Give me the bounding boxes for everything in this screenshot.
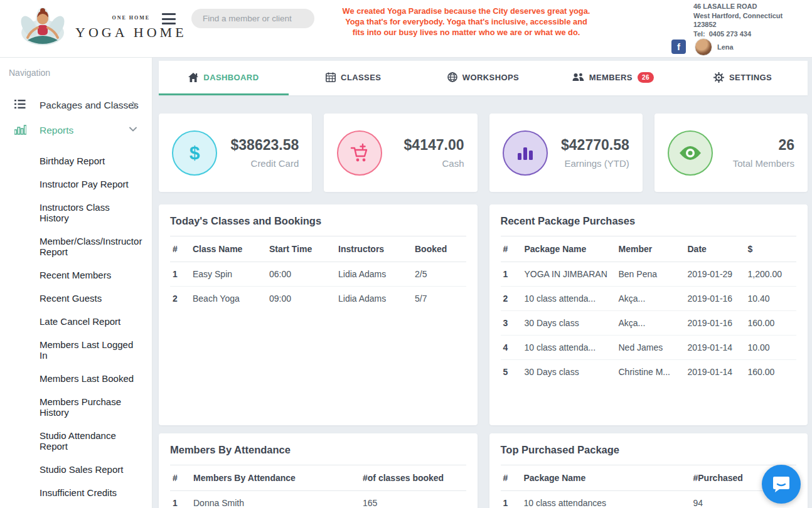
stat-label: Earnings (YTD) [561, 158, 629, 169]
chevron-down-icon [129, 127, 137, 132]
menu-icon[interactable] [162, 13, 176, 24]
chat-launcher-button[interactable] [762, 465, 801, 504]
table-row: 1 YOGA IN JIMBARAN Ben Pena 2019-01-29 1… [501, 262, 797, 287]
reports-submenu: Birthday Report Instructor Pay Report In… [0, 156, 152, 508]
top-purchased-table: # Package Name #Purchased 1 10 class att… [501, 465, 797, 508]
column-header: Members By Attendance [191, 465, 360, 491]
stat-label: Credit Card [231, 158, 299, 169]
tel-label: Tel: [693, 29, 705, 39]
column-header: # [170, 465, 191, 491]
sidebar-item-studio-sales-report[interactable]: Studio Sales Report [0, 464, 152, 487]
bar-chart-icon [14, 124, 26, 135]
tab-label: CLASSES [341, 73, 381, 82]
add-to-cart-icon [337, 130, 382, 176]
search-input[interactable] [203, 14, 314, 23]
tab-dashboard[interactable]: DASHBOARD [159, 61, 289, 95]
tab-members[interactable]: MEMBERS 26 [548, 61, 678, 95]
sidebar-item-members-purchase-history[interactable]: Members Purchase History [0, 396, 152, 430]
top-header: ONE HOME YOGA HOME We created Yoga Parad… [0, 0, 812, 58]
sidebar-item-members-last-logged-in[interactable]: Members Last Logged In [0, 339, 152, 373]
tab-workshops[interactable]: WORKSHOPS [419, 61, 548, 95]
sidebar-item-insufficient-credits[interactable]: Insufficient Credits [0, 487, 152, 508]
panel-title: Members By Attendance [170, 444, 466, 456]
main-tabbar: DASHBOARD CLASSES WORKSHOPS [159, 61, 808, 95]
column-header: Instructors [336, 236, 412, 262]
sidebar-item-instructors-class-history[interactable]: Instructors Class History [0, 202, 152, 236]
sidebar-group-packages-and-classes[interactable]: Packages and Classes [0, 93, 152, 118]
table-row: 3 30 Days class Akça... 2019-01-16 160.0… [501, 311, 797, 336]
column-header: # [501, 465, 521, 491]
column-header: Member [616, 236, 685, 262]
panel-title: Top Purchased Package [501, 444, 797, 456]
sidebar-item-recent-guests[interactable]: Recent Guests [0, 293, 152, 316]
table-row: 2 Beach Yoga 09:00 Lidia Adams 5/7 [170, 287, 466, 311]
tab-label: SETTINGS [729, 73, 772, 82]
list-icon [14, 99, 26, 109]
sidebar-item-studio-attendance-report[interactable]: Studio Attendance Report [0, 430, 152, 464]
sidebar-item-members-last-booked[interactable]: Members Last Booked [0, 373, 152, 396]
sidebar-item-member-class-instructor-report[interactable]: Member/Class/Instructor Report [0, 236, 152, 270]
address-line-3: 123852 [693, 20, 800, 29]
members-by-attendance-table: # Members By Attendance #of classes book… [170, 465, 466, 508]
column-header: Start Time [267, 236, 336, 262]
address-line-1: 46 LASALLE ROAD [693, 2, 800, 11]
stat-value: $4147.00 [404, 137, 464, 154]
announcement-text: We created Yoga Paradise because the Cit… [342, 6, 590, 38]
sidebar-title: Navigation [9, 68, 152, 78]
user-avatar[interactable] [695, 38, 712, 56]
recent-purchases-table: # Package Name Member Date $ 1 YOGA IN J… [501, 236, 797, 384]
column-header: Package Name [522, 236, 616, 262]
user-name: Lena [717, 43, 734, 51]
tab-label: WORKSHOPS [462, 73, 519, 82]
column-header: Package Name [521, 465, 691, 491]
sidebar-item-instructor-pay-report[interactable]: Instructor Pay Report [0, 179, 152, 202]
calendar-icon [326, 72, 336, 82]
dollar-icon: $ [172, 130, 217, 176]
brand-name: YOGA HOME [75, 24, 187, 41]
eye-icon [668, 130, 713, 176]
panel-recent-purchases: Recent Package Purchases # Package Name … [489, 204, 808, 425]
stat-card-total-members: 26 Total Members [654, 114, 808, 192]
sidebar-group-label: Reports [40, 125, 73, 135]
tab-classes[interactable]: CLASSES [289, 61, 419, 95]
stat-label: Total Members [733, 158, 794, 169]
table-row: 1 Easy Spin 06:00 Lidia Adams 2/5 [170, 262, 466, 287]
chat-bubble-icon [772, 475, 791, 494]
table-row: 1 Donna Smith 165 [170, 491, 466, 508]
panel-members-by-attendance: Members By Attendance # Members By Atten… [159, 433, 478, 508]
stat-value: $38623.58 [231, 137, 299, 154]
sidebar-item-late-cancel-report[interactable]: Late Cancel Report [0, 316, 152, 339]
people-icon [572, 73, 584, 82]
column-header: Class Name [190, 236, 267, 262]
column-header: $ [745, 236, 797, 262]
table-row: 4 10 class attenda... Ned James 2019-01-… [501, 336, 797, 360]
yoga-logo-icon [18, 4, 68, 51]
table-row: 2 10 class attenda... Akça... 2019-01-16… [501, 287, 797, 311]
sidebar-item-recent-members[interactable]: Recent Members [0, 270, 152, 293]
today-classes-table: # Class Name Start Time Instructors Book… [170, 236, 466, 310]
member-search[interactable] [191, 9, 314, 28]
table-row: 1 10 class attendances 94 [501, 491, 797, 508]
address-line-2: West Hartford, Connecticut [693, 11, 800, 21]
column-header: Date [685, 236, 745, 262]
stat-card-cash: $4147.00 Cash [324, 114, 477, 192]
stat-label: Cash [404, 158, 464, 169]
facebook-icon[interactable]: f [671, 40, 686, 54]
chevron-right-icon [132, 102, 137, 109]
table-row: 5 30 Days class Christine M... 2019-01-1… [501, 360, 797, 384]
sidebar-group-reports[interactable]: Reports [0, 118, 152, 143]
bar-chart-icon [503, 130, 548, 176]
column-header: #of classes booked [360, 465, 466, 491]
sidebar-item-birthday-report[interactable]: Birthday Report [0, 156, 152, 179]
brand-logo[interactable]: ONE HOME YOGA HOME [18, 4, 187, 51]
tab-label: MEMBERS [589, 73, 633, 82]
home-icon [188, 73, 198, 82]
tel-number: 0405 273 434 [709, 29, 751, 39]
tab-settings[interactable]: SETTINGS [678, 61, 808, 95]
panel-title: Recent Package Purchases [501, 215, 797, 227]
panel-today-classes: Today's Classes and Bookings # Class Nam… [159, 204, 478, 425]
column-header: # [501, 236, 522, 262]
stat-cards-row: $ $38623.58 Credit Card $4147.00 Ca [159, 114, 808, 192]
stat-value: $42770.58 [561, 137, 629, 154]
panel-title: Today's Classes and Bookings [170, 215, 466, 227]
